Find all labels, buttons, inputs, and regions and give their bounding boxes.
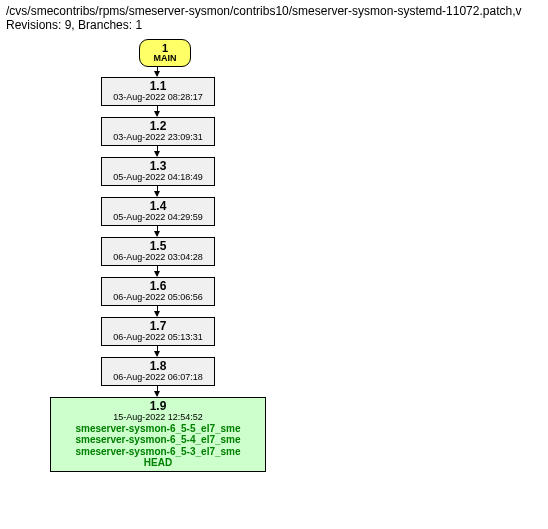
arrow [157, 346, 158, 356]
revision-number: 1.1 [106, 80, 210, 93]
revision-node: 1.4 05-Aug-2022 04:29:59 [101, 197, 215, 226]
arrow [157, 226, 158, 236]
revision-date: 06-Aug-2022 03:04:28 [106, 253, 210, 263]
revision-number: 1.3 [106, 160, 210, 173]
revision-tag: smeserver-sysmon-6_5-5_el7_sme [55, 423, 261, 435]
revision-date: 03-Aug-2022 08:28:17 [106, 93, 210, 103]
revision-node-tagged: 1.9 15-Aug-2022 12:54:52 smeserver-sysmo… [50, 397, 266, 472]
revision-date: 06-Aug-2022 05:06:56 [106, 293, 210, 303]
arrow [157, 386, 158, 396]
revision-tag: HEAD [55, 457, 261, 469]
revision-tag: smeserver-sysmon-6_5-3_el7_sme [55, 446, 261, 458]
revision-number: 1.9 [55, 400, 261, 413]
arrow [157, 146, 158, 156]
revision-summary: Revisions: 9, Branches: 1 [6, 18, 542, 32]
revision-date: 15-Aug-2022 12:54:52 [55, 413, 261, 423]
revision-date: 05-Aug-2022 04:29:59 [106, 213, 210, 223]
arrow [157, 186, 158, 196]
arrow [157, 306, 158, 316]
file-path: /cvs/smecontribs/rpms/smeserver-sysmon/c… [6, 4, 542, 18]
arrow [157, 266, 158, 276]
revision-date: 03-Aug-2022 23:09:31 [106, 133, 210, 143]
branch-main-node: 1 MAIN [139, 39, 191, 67]
revision-node: 1.2 03-Aug-2022 23:09:31 [101, 117, 215, 146]
revision-number: 1.7 [106, 320, 210, 333]
revision-number: 1.4 [106, 200, 210, 213]
revision-number: 1.6 [106, 280, 210, 293]
revision-tag: smeserver-sysmon-6_5-4_el7_sme [55, 434, 261, 446]
arrow [157, 106, 158, 116]
revision-node: 1.5 06-Aug-2022 03:04:28 [101, 237, 215, 266]
revision-date: 06-Aug-2022 05:13:31 [106, 333, 210, 343]
revision-number: 1.2 [106, 120, 210, 133]
branch-label: MAIN [146, 54, 184, 64]
arrow [157, 66, 158, 76]
revision-node: 1.7 06-Aug-2022 05:13:31 [101, 317, 215, 346]
revision-node: 1.6 06-Aug-2022 05:06:56 [101, 277, 215, 306]
revision-node: 1.8 06-Aug-2022 06:07:18 [101, 357, 215, 386]
revision-number: 1.5 [106, 240, 210, 253]
revision-date: 06-Aug-2022 06:07:18 [106, 373, 210, 383]
revision-node: 1.1 03-Aug-2022 08:28:17 [101, 77, 215, 106]
revision-node: 1.3 05-Aug-2022 04:18:49 [101, 157, 215, 186]
revision-number: 1.8 [106, 360, 210, 373]
revision-date: 05-Aug-2022 04:18:49 [106, 173, 210, 183]
